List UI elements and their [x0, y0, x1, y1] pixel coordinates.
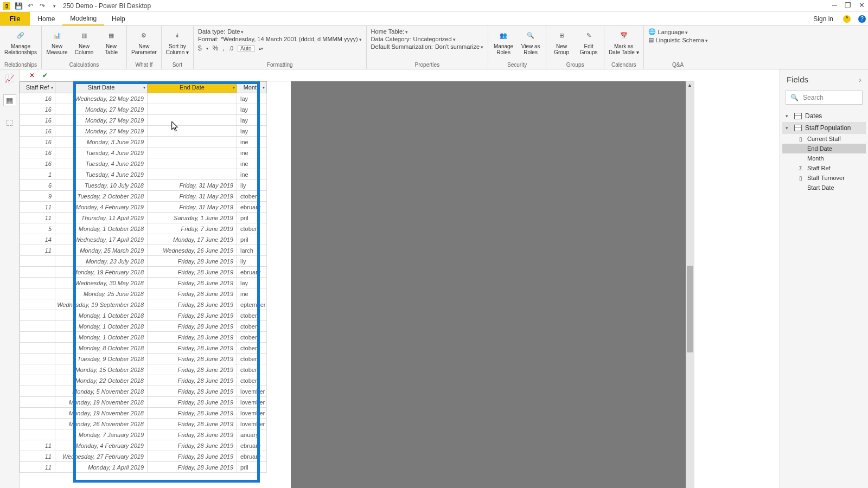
- table-row[interactable]: Monday, 25 June 2018Friday, 28 June 2019…: [20, 288, 291, 299]
- comma-button[interactable]: ,: [222, 44, 224, 52]
- table-row[interactable]: Monday, 8 October 2018Friday, 28 June 20…: [20, 343, 291, 354]
- cell-staff-ref[interactable]: 5: [20, 223, 55, 234]
- table-row[interactable]: 16Tuesday, 4 June 2019ine: [20, 158, 291, 169]
- cell-month[interactable]: lay: [237, 278, 267, 288]
- cell-start-date[interactable]: Monday, 19 November 2018: [55, 408, 148, 419]
- column-header-end-date[interactable]: End Date▾: [148, 81, 237, 93]
- sign-in-link[interactable]: Sign in: [807, 12, 840, 25]
- undo-icon[interactable]: ↶: [26, 2, 35, 10]
- new-table-button[interactable]: ▦New Table: [100, 28, 122, 55]
- cell-month[interactable]: ine: [237, 169, 267, 180]
- cell-month[interactable]: lovember: [237, 408, 267, 419]
- new-column-button[interactable]: ▥New Column: [73, 28, 95, 55]
- cell-end-date[interactable]: Friday, 7 June 2019: [148, 223, 237, 234]
- cell-staff-ref[interactable]: [20, 310, 55, 321]
- cell-staff-ref[interactable]: 16: [20, 115, 55, 126]
- cell-end-date[interactable]: Friday, 28 June 2019: [148, 299, 237, 310]
- cell-start-date[interactable]: Thursday, 11 April 2019: [55, 213, 148, 223]
- table-row[interactable]: Monday, 19 November 2018Friday, 28 June …: [20, 397, 291, 408]
- cell-month[interactable]: ctober: [237, 332, 267, 343]
- help-tab[interactable]: Help: [104, 12, 133, 25]
- datatype-dropdown[interactable]: Date: [227, 28, 244, 35]
- cell-staff-ref[interactable]: [20, 256, 55, 267]
- table-row[interactable]: Monday, 7 January 2019Friday, 28 June 20…: [20, 429, 291, 440]
- cell-staff-ref[interactable]: [20, 386, 55, 397]
- field-current-staff[interactable]: ▯Current Staff: [782, 134, 866, 144]
- cell-month[interactable]: lovember: [237, 386, 267, 397]
- cell-start-date[interactable]: Tuesday, 4 June 2019: [55, 147, 148, 158]
- field-end-date[interactable]: End Date: [782, 144, 866, 153]
- cell-end-date[interactable]: Friday, 28 June 2019: [148, 343, 237, 354]
- new-parameter-button[interactable]: ⚙New Parameter: [131, 28, 157, 55]
- cell-month[interactable]: anuary: [237, 429, 267, 440]
- cell-month[interactable]: lovember: [237, 419, 267, 429]
- cell-start-date[interactable]: Wednesday, 22 May 2019: [55, 93, 148, 104]
- cell-end-date[interactable]: Friday, 28 June 2019: [148, 310, 237, 321]
- cell-staff-ref[interactable]: [20, 288, 55, 299]
- redo-icon[interactable]: ↷: [38, 2, 47, 10]
- cell-staff-ref[interactable]: 1: [20, 169, 55, 180]
- cell-end-date[interactable]: [148, 158, 237, 169]
- table-row[interactable]: 11Monday, 25 March 2019Wednesday, 26 Jun…: [20, 245, 291, 256]
- table-row[interactable]: Monday, 1 October 2018Friday, 28 June 20…: [20, 321, 291, 332]
- cell-end-date[interactable]: Friday, 28 June 2019: [148, 375, 237, 386]
- manage-roles-button[interactable]: 👥Manage Roles: [493, 28, 514, 55]
- decimal-button[interactable]: .0: [229, 46, 233, 52]
- cell-end-date[interactable]: Friday, 28 June 2019: [148, 419, 237, 429]
- cell-month[interactable]: ebruary: [237, 451, 267, 462]
- table-row[interactable]: 16Monday, 27 May 2019lay: [20, 104, 291, 115]
- cell-end-date[interactable]: [148, 93, 237, 104]
- cell-staff-ref[interactable]: 11: [20, 440, 55, 451]
- new-group-button[interactable]: ⊞New Group: [551, 28, 572, 55]
- table-row[interactable]: 11Monday, 4 February 2019Friday, 31 May …: [20, 202, 291, 213]
- cell-end-date[interactable]: [148, 115, 237, 126]
- cell-month[interactable]: ebruary: [237, 440, 267, 451]
- cell-month[interactable]: ctober: [237, 310, 267, 321]
- cell-end-date[interactable]: Friday, 28 June 2019: [148, 267, 237, 278]
- cell-month[interactable]: ctober: [237, 364, 267, 375]
- cell-month[interactable]: ctober: [237, 375, 267, 386]
- cell-month[interactable]: ine: [237, 288, 267, 299]
- sort-by-column-button[interactable]: ↡Sort by Column ▾: [166, 28, 189, 55]
- table-row[interactable]: 11Monday, 4 February 2019Friday, 28 June…: [20, 440, 291, 451]
- cell-start-date[interactable]: Tuesday, 2 October 2018: [55, 191, 148, 202]
- table-row[interactable]: Monday, 22 October 2018Friday, 28 June 2…: [20, 375, 291, 386]
- cell-staff-ref[interactable]: [20, 354, 55, 364]
- cell-start-date[interactable]: Wednesday, 27 February 2019: [55, 451, 148, 462]
- cell-end-date[interactable]: Friday, 28 June 2019: [148, 440, 237, 451]
- minimize-button[interactable]: ─: [832, 1, 837, 9]
- cell-month[interactable]: lay: [237, 126, 267, 137]
- filter-icon[interactable]: ▾: [51, 85, 53, 90]
- cell-start-date[interactable]: Monday, 1 October 2018: [55, 332, 148, 343]
- cell-end-date[interactable]: Monday, 17 June 2019: [148, 234, 237, 245]
- cell-end-date[interactable]: Friday, 28 June 2019: [148, 332, 237, 343]
- cell-staff-ref[interactable]: 11: [20, 213, 55, 223]
- column-header-staff-ref[interactable]: Staff Ref▾: [20, 81, 55, 93]
- cell-start-date[interactable]: Monday, 4 February 2019: [55, 440, 148, 451]
- table-row[interactable]: 1Tuesday, 4 June 2019ine: [20, 169, 291, 180]
- cell-month[interactable]: ily: [237, 180, 267, 191]
- cell-end-date[interactable]: [148, 126, 237, 137]
- cell-start-date[interactable]: Monday, 19 February 2018: [55, 267, 148, 278]
- cell-start-date[interactable]: Monday, 8 October 2018: [55, 343, 148, 354]
- cell-month[interactable]: eptember: [237, 299, 267, 310]
- cell-end-date[interactable]: Friday, 28 June 2019: [148, 451, 237, 462]
- cell-month[interactable]: pril: [237, 462, 267, 473]
- filter-icon[interactable]: ▾: [233, 85, 235, 90]
- cell-start-date[interactable]: Wednesday, 19 September 2018: [55, 299, 148, 310]
- table-row[interactable]: 11Thursday, 11 April 2019Saturday, 1 Jun…: [20, 213, 291, 223]
- table-row[interactable]: 16Monday, 3 June 2019ine: [20, 137, 291, 147]
- cell-staff-ref[interactable]: 11: [20, 202, 55, 213]
- cell-staff-ref[interactable]: [20, 364, 55, 375]
- cell-start-date[interactable]: Monday, 1 April 2019: [55, 462, 148, 473]
- cell-start-date[interactable]: Monday, 19 November 2018: [55, 397, 148, 408]
- file-tab[interactable]: File: [0, 12, 30, 25]
- cell-end-date[interactable]: [148, 147, 237, 158]
- field-staff-turnover[interactable]: ▯Staff Turnover: [782, 173, 866, 183]
- cell-end-date[interactable]: Friday, 31 May 2019: [148, 202, 237, 213]
- cell-staff-ref[interactable]: [20, 375, 55, 386]
- cell-end-date[interactable]: [148, 104, 237, 115]
- model-view-button[interactable]: ⬚: [3, 116, 16, 128]
- cell-start-date[interactable]: Monday, 27 May 2019: [55, 115, 148, 126]
- table-row[interactable]: Wednesday, 19 September 2018Friday, 28 J…: [20, 299, 291, 310]
